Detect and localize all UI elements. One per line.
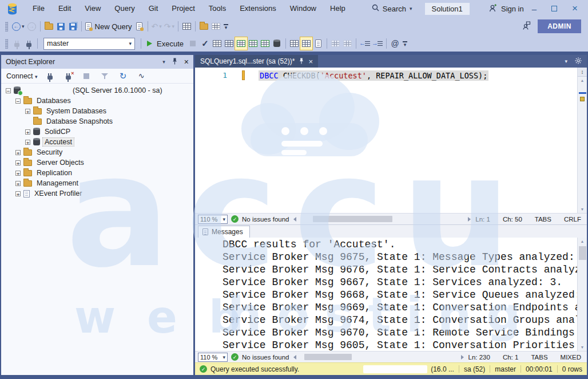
- results-to-grid-button[interactable]: [300, 37, 312, 50]
- expand-icon[interactable]: +: [15, 150, 21, 155]
- registered-servers-button[interactable]: [210, 20, 222, 33]
- intellisense-button[interactable]: [235, 37, 247, 50]
- filter-button[interactable]: [99, 70, 111, 82]
- menu-file[interactable]: File: [26, 0, 51, 17]
- query-document-tab[interactable]: SQLQuery1.sql...ster (sa (52))* ×: [195, 55, 318, 68]
- toolbar-grip[interactable]: [5, 22, 8, 31]
- scrollbar-track[interactable]: [299, 216, 465, 222]
- execute-button[interactable]: Execute: [144, 37, 187, 50]
- gear-icon[interactable]: [575, 57, 582, 66]
- scrollbar-thumb[interactable]: [579, 246, 586, 260]
- menu-tools[interactable]: Tools: [202, 0, 233, 17]
- menu-help[interactable]: Help: [323, 0, 352, 17]
- live-query-statistics-button[interactable]: [271, 37, 283, 50]
- collapse-icon[interactable]: −: [15, 98, 21, 104]
- split-handle-icon[interactable]: ↕: [578, 68, 587, 77]
- display-estimated-plan-button[interactable]: [211, 37, 223, 50]
- connect-dropdown[interactable]: Connect ▾: [6, 72, 38, 80]
- scrollbar-thumb[interactable]: [313, 216, 392, 222]
- close-tab-icon[interactable]: ×: [308, 57, 313, 66]
- undo-button[interactable]: ↶▾: [150, 20, 163, 33]
- menu-view[interactable]: View: [78, 0, 108, 17]
- messages-tab[interactable]: Messages: [198, 226, 250, 238]
- expand-icon[interactable]: +: [15, 181, 21, 186]
- admin-button[interactable]: ADMIN: [538, 19, 581, 33]
- results-to-file-button[interactable]: [312, 37, 324, 50]
- scrollbar-track[interactable]: [299, 354, 458, 360]
- messages-zoom-selector[interactable]: 110 %▾: [198, 353, 228, 362]
- feedback-icon[interactable]: [522, 21, 531, 31]
- pin-icon[interactable]: [299, 58, 304, 65]
- redo-button[interactable]: ↷▾: [163, 20, 176, 33]
- connect-server-button[interactable]: [44, 70, 56, 82]
- messages-horizontal-scrollbar[interactable]: [293, 353, 463, 361]
- scroll-up-icon[interactable]: ▲: [581, 238, 585, 245]
- scrollbar-thumb[interactable]: [304, 354, 352, 360]
- expand-icon[interactable]: +: [25, 109, 30, 114]
- include-client-statistics-button[interactable]: [247, 37, 259, 50]
- tree-item-system-databases[interactable]: +System Databases: [1, 106, 193, 116]
- menu-edit[interactable]: Edit: [51, 0, 78, 17]
- menu-query[interactable]: Query: [108, 0, 141, 17]
- editor-vertical-scrollbar[interactable]: ↕ ▲ ▼: [577, 68, 587, 213]
- parse-button[interactable]: ✓: [199, 37, 211, 50]
- tree-item-management[interactable]: +Management: [1, 178, 193, 188]
- tree-item-solidcp[interactable]: +SolidCP: [1, 127, 193, 137]
- open-file-button[interactable]: [43, 20, 55, 33]
- database-selector[interactable]: master▾: [43, 38, 135, 50]
- editor-horizontal-scrollbar[interactable]: [293, 215, 471, 223]
- uncomment-button[interactable]: [341, 37, 353, 50]
- expand-icon[interactable]: +: [15, 171, 21, 176]
- menu-window[interactable]: Window: [283, 0, 323, 17]
- pin-icon[interactable]: [172, 58, 177, 66]
- maximize-button[interactable]: [551, 6, 557, 11]
- specify-values-button[interactable]: @: [389, 37, 401, 50]
- messages-pane[interactable]: DBCC results for 'Accutest'.Service Brok…: [195, 238, 587, 351]
- tree-item-server-objects[interactable]: +Server Objects: [1, 157, 193, 168]
- tree-item-xevent-profiler[interactable]: +XEvent Profiler: [1, 188, 193, 199]
- disconnect-server-button[interactable]: ×: [62, 70, 74, 82]
- tree-item-databases[interactable]: −Databases: [1, 96, 193, 106]
- query-options-button[interactable]: [223, 37, 235, 50]
- tab-list-dropdown-icon[interactable]: ▾: [565, 58, 567, 64]
- tree-item-accutest[interactable]: +Accutest: [1, 137, 193, 147]
- decrease-indent-button[interactable]: [359, 37, 371, 50]
- new-query-button[interactable]: New Query: [84, 20, 133, 33]
- expand-icon[interactable]: +: [15, 191, 21, 196]
- toolbar-overflow-button[interactable]: ▾: [403, 41, 407, 46]
- toolbar-grip[interactable]: [5, 39, 8, 49]
- scroll-right-icon[interactable]: [468, 217, 471, 222]
- refresh-button[interactable]: ↻: [117, 70, 129, 82]
- menu-extensions[interactable]: Extensions: [233, 0, 283, 17]
- collapse-icon[interactable]: −: [6, 88, 11, 93]
- expand-icon[interactable]: +: [15, 160, 21, 165]
- stop-button[interactable]: [81, 70, 93, 82]
- change-connection-button[interactable]: [23, 37, 35, 50]
- expand-icon[interactable]: +: [25, 129, 30, 135]
- increase-indent-button[interactable]: [371, 37, 384, 50]
- editor-zoom-selector[interactable]: 110 %▾: [198, 215, 228, 224]
- tree-item-security[interactable]: +Security: [1, 147, 193, 157]
- scroll-up-icon[interactable]: ▲: [581, 77, 585, 84]
- activity-monitor-button[interactable]: [198, 20, 210, 33]
- navigate-forward-button[interactable]: →: [26, 20, 38, 33]
- messages-vertical-scrollbar[interactable]: ▲ ▼: [577, 238, 587, 351]
- navigate-back-button[interactable]: ←▾: [11, 20, 26, 33]
- tree-item-replication[interactable]: +Replication: [1, 168, 193, 178]
- menu-project[interactable]: Project: [165, 0, 201, 17]
- comment-button[interactable]: [329, 37, 341, 50]
- menu-git[interactable]: Git: [142, 0, 165, 17]
- expand-icon[interactable]: +: [25, 140, 30, 145]
- scroll-down-icon[interactable]: ▼: [581, 344, 585, 351]
- toolbar-overflow-button[interactable]: ▾: [224, 24, 228, 29]
- close-icon[interactable]: ×: [184, 57, 189, 66]
- sign-in-button[interactable]: Sign in: [488, 4, 524, 14]
- open-query-button[interactable]: [133, 20, 145, 33]
- activity-monitor-button[interactable]: ∿: [136, 70, 148, 82]
- results-to-text-button[interactable]: [288, 37, 300, 50]
- generate-script-button[interactable]: [181, 20, 193, 33]
- save-all-button[interactable]: [67, 20, 79, 33]
- close-button[interactable]: ×: [572, 3, 578, 14]
- include-actual-plan-button[interactable]: [259, 37, 271, 50]
- minimize-button[interactable]: –: [532, 4, 537, 14]
